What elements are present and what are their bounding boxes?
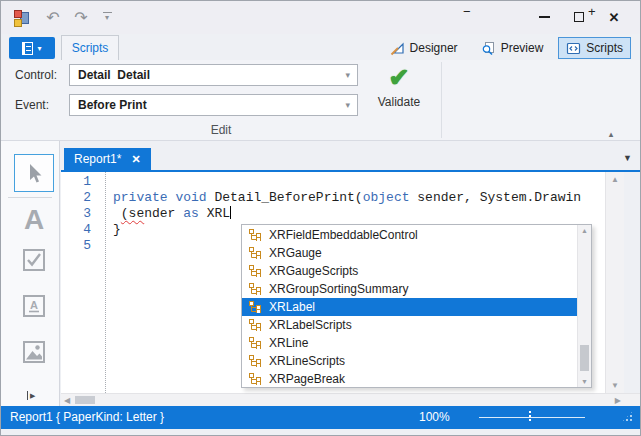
class-icon	[249, 265, 261, 277]
line-number: 5	[61, 238, 99, 254]
autocomplete-item[interactable]: XRGauge	[242, 244, 577, 262]
class-icon	[249, 247, 261, 259]
ribbon-group-separator	[441, 62, 442, 138]
chevron-up-icon: ▴	[609, 129, 614, 139]
window-controls: ✕	[532, 5, 626, 29]
title-bar: ↶ ↷ ▾ ✕	[1, 1, 640, 34]
text-caret	[230, 206, 231, 219]
ribbon-group-label: Edit	[1, 123, 441, 137]
preview-view-button[interactable]: Preview	[473, 37, 552, 59]
quick-access-overflow-button[interactable]: ▾	[101, 10, 113, 24]
validate-button[interactable]: ✔ Validate	[371, 62, 427, 128]
tab-close-icon[interactable]: ✕	[131, 153, 140, 166]
line-number: 4	[61, 222, 99, 238]
scroll-down-icon[interactable]: ▼	[578, 378, 591, 385]
class-icon	[249, 229, 261, 241]
richtext-tool-button[interactable]: A	[18, 291, 50, 321]
label-tool-button[interactable]: A	[18, 203, 50, 237]
tab-scripts[interactable]: Scripts	[61, 35, 119, 60]
editor-horizontal-scrollbar[interactable]: ◀ ▶	[61, 393, 640, 406]
toolbox-divider	[8, 197, 52, 198]
autocomplete-list: XRFieldEmbeddableControlXRGaugeXRGaugeSc…	[242, 225, 577, 387]
chevron-down-icon: ▼	[623, 153, 632, 163]
autocomplete-item[interactable]: XRLineScripts	[242, 352, 577, 370]
chevron-down-icon: ▾	[345, 95, 350, 115]
application-menu-button[interactable]: ▾	[9, 37, 55, 59]
line-number: 1	[61, 174, 99, 190]
undo-button[interactable]: ↶	[41, 6, 65, 28]
minimize-button[interactable]	[532, 5, 556, 29]
scripts-view-label: Scripts	[586, 41, 623, 55]
scroll-up-icon[interactable]: ▲	[578, 227, 591, 234]
scroll-right-icon[interactable]: ▶	[615, 396, 621, 405]
toolbox-expand-button[interactable]: ▶	[27, 391, 35, 400]
autocomplete-item-label: XRLineScripts	[269, 354, 345, 368]
redo-button[interactable]: ↷	[69, 6, 93, 28]
autocomplete-item[interactable]: XRLabelScripts	[242, 316, 577, 334]
scripts-view-button[interactable]: Scripts	[558, 37, 631, 59]
minimize-icon	[539, 16, 550, 18]
close-button[interactable]: ✕	[602, 5, 626, 29]
designer-view-button[interactable]: Designer	[382, 37, 466, 59]
autocomplete-item-label: XRFieldEmbeddableControl	[269, 228, 418, 242]
autocomplete-item-label: XRLabel	[269, 300, 315, 314]
app-icon-yellow-square	[14, 19, 22, 27]
scripts-icon	[566, 41, 581, 56]
hscroll-thumb[interactable]	[75, 396, 95, 404]
autocomplete-popup: XRFieldEmbeddableControlXRGaugeXRGaugeSc…	[241, 224, 592, 388]
svg-text:A: A	[30, 299, 38, 311]
picture-tool-button[interactable]	[18, 337, 50, 367]
autocomplete-item-label: XRGroupSortingSummary	[269, 282, 408, 296]
code-line: 2private void Detail_BeforePrint(object …	[61, 190, 605, 206]
designer-icon	[390, 41, 405, 56]
tab-scripts-label: Scripts	[72, 41, 109, 55]
autocomplete-item-label: XRGauge	[269, 246, 322, 260]
event-combobox[interactable]: Before Print ▾	[69, 94, 358, 116]
app-icon-red-square	[14, 10, 22, 18]
autocomplete-item[interactable]: XRGaugeScripts	[242, 262, 577, 280]
code-text: (sender as XRL	[99, 206, 231, 222]
scroll-left-icon[interactable]: ◀	[64, 396, 70, 405]
autocomplete-item-label: XRLine	[269, 336, 308, 350]
scroll-up-icon[interactable]: ▲	[606, 175, 624, 184]
preview-icon	[481, 41, 496, 56]
editor-vertical-scrollbar[interactable]: ▲ ▼	[605, 172, 624, 393]
tab-list-dropdown-button[interactable]: ▼	[623, 153, 632, 163]
line-number: 3	[61, 206, 99, 222]
document-tab-strip: Report1* ✕ ▼	[61, 148, 640, 172]
undo-icon: ↶	[46, 8, 59, 27]
validate-check-icon: ✔	[389, 62, 410, 92]
checkbox-tool-button[interactable]	[18, 245, 50, 275]
autocomplete-item[interactable]: XRGroupSortingSummary	[242, 280, 577, 298]
chevron-down-icon: ▾	[345, 65, 350, 85]
splitter-bar-icon	[27, 391, 28, 400]
document-tab-label: Report1*	[74, 152, 121, 166]
checkbox-icon	[22, 248, 46, 272]
window-bottom-edge	[1, 429, 640, 435]
chevron-down-icon: ▾	[101, 14, 113, 22]
class-icon	[249, 301, 261, 313]
zoom-slider-thumb[interactable]	[529, 411, 531, 423]
autocomplete-scrollbar[interactable]: ▲ ▼	[577, 225, 591, 387]
autocomplete-item-selected[interactable]: XRLabel	[242, 298, 577, 316]
zoom-slider-track[interactable]	[479, 417, 585, 418]
zoom-out-button[interactable]: −	[463, 4, 471, 19]
autocomplete-item[interactable]: XRFieldEmbeddableControl	[242, 226, 577, 244]
class-icon	[249, 319, 261, 331]
status-report-info: Report1 { PaperKind: Letter }	[10, 410, 164, 424]
scroll-down-icon[interactable]: ▼	[606, 381, 624, 390]
pointer-icon	[24, 162, 44, 184]
toolbox-panel: A A ▶	[1, 141, 60, 406]
document-tab-report1[interactable]: Report1* ✕	[64, 148, 151, 170]
zoom-in-button[interactable]: +	[588, 4, 596, 19]
autocomplete-scroll-thumb[interactable]	[580, 345, 589, 371]
preview-view-label: Preview	[501, 41, 544, 55]
autocomplete-item-label: XRPageBreak	[269, 372, 345, 386]
collapse-ribbon-button[interactable]: ▴	[601, 129, 621, 141]
pointer-tool-button[interactable]	[14, 154, 54, 192]
autocomplete-item[interactable]: XRPageBreak	[242, 370, 577, 387]
autocomplete-item-label: XRGaugeScripts	[269, 264, 358, 278]
control-combobox[interactable]: Detail Detail ▾	[69, 64, 358, 86]
autocomplete-item[interactable]: XRLine	[242, 334, 577, 352]
event-combobox-value: Before Print	[78, 95, 147, 115]
